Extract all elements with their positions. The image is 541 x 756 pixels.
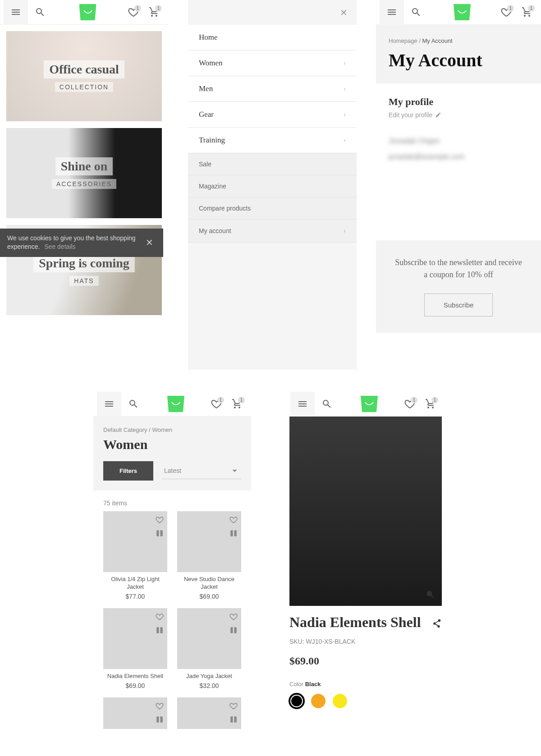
cart-button[interactable]: 1	[227, 399, 248, 409]
menu-item-gear[interactable]: Gear›	[188, 102, 357, 128]
logo[interactable]	[52, 4, 123, 20]
search-button[interactable]	[404, 7, 428, 18]
menu-item-magazine[interactable]: Magazine	[188, 175, 357, 197]
breadcrumb: Default Category / Women	[103, 426, 241, 433]
cookie-text: We use cookies to give you the best shop…	[7, 234, 143, 252]
menu-item-men[interactable]: Men›	[188, 76, 357, 102]
product-thumb	[177, 608, 241, 669]
menu-item-training[interactable]: Training›	[188, 128, 357, 153]
page-title: My Account	[389, 50, 528, 71]
collection-card[interactable]: Office casual COLLECTION	[6, 31, 162, 121]
logo-icon	[454, 4, 471, 20]
hamburger-icon	[386, 7, 397, 18]
compare-icon[interactable]	[156, 626, 164, 634]
item-count: 75 items	[93, 490, 251, 511]
compare-icon[interactable]	[156, 715, 164, 724]
compare-icon[interactable]	[229, 529, 238, 537]
logo[interactable]	[339, 396, 399, 412]
heart-icon[interactable]	[156, 516, 164, 524]
menu-close-button[interactable]: ✕	[188, 0, 357, 25]
hamburger-icon	[104, 399, 115, 409]
screen-home: 1 1 Office casual COLLECTION Shine on AC…	[0, 0, 168, 370]
menu-item-compare[interactable]: Compare products	[188, 197, 357, 220]
product-thumb	[103, 511, 167, 572]
heart-icon[interactable]	[229, 702, 238, 710]
product-card[interactable]	[177, 697, 241, 729]
product-name: Jade Yoga Jacket	[177, 673, 241, 680]
menu-button[interactable]	[97, 392, 121, 417]
menu-item-women[interactable]: Women›	[188, 50, 357, 76]
search-button[interactable]	[28, 7, 52, 18]
product-card[interactable]: Olivia 1/4 Zip Light Jacket $77.00	[103, 511, 167, 600]
heart-icon[interactable]	[229, 613, 238, 621]
compare-icon[interactable]	[229, 715, 238, 724]
account-hero: Homepage / My Account My Account	[376, 25, 541, 83]
logo-icon	[361, 396, 378, 412]
zoom-icon[interactable]	[426, 590, 436, 600]
color-swatch-black[interactable]	[289, 694, 304, 708]
profile-heading: My profile	[389, 96, 528, 108]
cart-button[interactable]: 1	[420, 399, 441, 409]
cart-button[interactable]: 1	[144, 7, 165, 18]
compare-icon[interactable]	[229, 626, 238, 634]
wishlist-badge: 1	[134, 5, 141, 12]
cart-button[interactable]: 1	[517, 7, 537, 18]
edit-profile-link[interactable]: Edit your profile	[389, 111, 528, 119]
product-name: Neve Studio Dance Jacket	[177, 576, 241, 591]
product-price: $32.00	[177, 682, 241, 689]
product-image[interactable]	[289, 417, 442, 606]
product-card[interactable]	[103, 697, 167, 729]
search-button[interactable]	[315, 399, 339, 409]
cookie-details-link[interactable]: See details	[44, 243, 75, 250]
product-thumb	[103, 697, 167, 729]
color-swatch-yellow[interactable]	[333, 694, 347, 708]
product-card[interactable]: Jade Yoga Jacket $32.00	[177, 608, 241, 689]
breadcrumb-current: My Account	[422, 37, 452, 44]
wishlist-button[interactable]: 1	[496, 7, 517, 18]
logo[interactable]	[146, 396, 206, 412]
wishlist-button[interactable]: 1	[399, 399, 420, 409]
compare-icon[interactable]	[156, 529, 164, 537]
collections-list: Office casual COLLECTION Shine on ACCESS…	[0, 25, 168, 321]
listing-hero: Default Category / Women Women Filters L…	[93, 417, 251, 490]
breadcrumb: Homepage / My Account	[389, 37, 528, 44]
logo[interactable]	[428, 4, 496, 20]
product-price: $77.00	[103, 593, 167, 600]
collection-title: Shine on	[55, 157, 113, 175]
share-icon[interactable]	[432, 619, 442, 628]
newsletter-box: Subscribe to the newsletter and receive …	[376, 240, 541, 333]
wishlist-button[interactable]: 1	[123, 7, 144, 18]
collection-subtitle: ACCESSORIES	[52, 179, 116, 189]
menu-button[interactable]	[290, 392, 315, 417]
cart-badge: 1	[238, 397, 245, 403]
screen-account: 1 1 Homepage / My Account My Account My …	[376, 0, 541, 370]
product-card[interactable]: Neve Studio Dance Jacket $69.00	[177, 511, 241, 600]
product-card[interactable]: Nadia Elements Shell $69.00	[103, 608, 167, 689]
product-sku: SKU: WJ10-XS-BLACK	[289, 638, 442, 645]
menu-item-account[interactable]: My account›	[188, 220, 357, 243]
breadcrumb-home[interactable]: Homepage	[389, 37, 417, 44]
cookie-close-button[interactable]: ✕	[143, 237, 156, 248]
wishlist-button[interactable]: 1	[206, 399, 227, 409]
search-button[interactable]	[121, 399, 146, 409]
product-thumb	[177, 697, 241, 729]
menu-item-home[interactable]: Home	[188, 25, 357, 50]
sort-select[interactable]: Latest	[162, 463, 241, 479]
heart-icon[interactable]	[229, 516, 238, 524]
collection-card[interactable]: Shine on ACCESSORIES	[6, 128, 162, 218]
filters-button[interactable]: Filters	[103, 461, 153, 481]
menu-button[interactable]	[4, 0, 28, 25]
heart-icon[interactable]	[156, 613, 164, 621]
wishlist-badge: 1	[411, 397, 417, 403]
menu-button[interactable]	[380, 0, 404, 25]
product-title: Nadia Elements Shell	[289, 614, 421, 631]
color-swatch-orange[interactable]	[311, 694, 326, 708]
menu-list: Home Women› Men› Gear› Training› Sale Ma…	[188, 25, 357, 243]
menu-item-sale[interactable]: Sale	[188, 153, 357, 175]
subscribe-button[interactable]: Subscribe	[424, 293, 493, 316]
chevron-right-icon: ›	[344, 110, 346, 119]
listing-controls: Filters Latest	[103, 461, 241, 481]
chevron-right-icon: ›	[344, 227, 346, 235]
heart-icon[interactable]	[156, 702, 164, 710]
search-icon	[411, 7, 422, 18]
